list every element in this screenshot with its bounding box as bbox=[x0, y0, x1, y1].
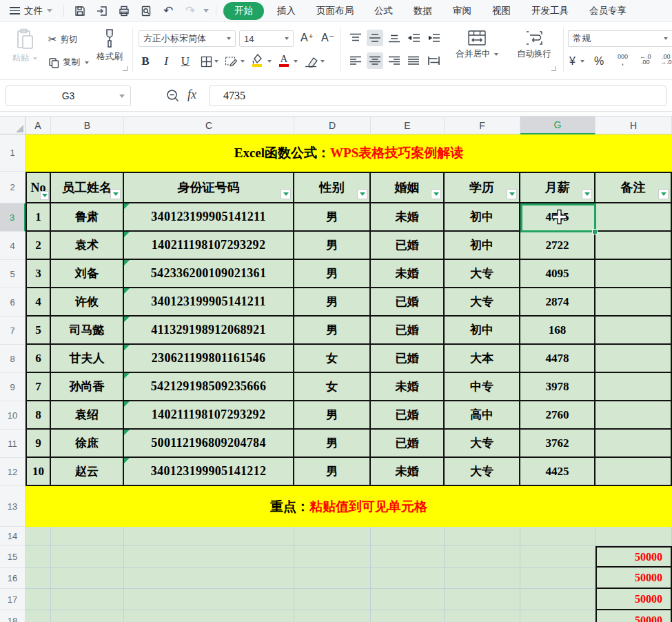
cell-E6[interactable]: 已婚 bbox=[371, 288, 445, 317]
export-button[interactable] bbox=[93, 3, 111, 19]
increase-font-button[interactable]: A⁺ bbox=[301, 31, 314, 44]
cell-F11[interactable]: 大专 bbox=[445, 430, 520, 458]
column-header-G[interactable]: G bbox=[520, 117, 595, 134]
italic-button[interactable]: I bbox=[157, 52, 175, 70]
increase-decimal-button[interactable]: ←.0.00 bbox=[640, 54, 651, 65]
row-header-1[interactable]: 1 bbox=[0, 134, 26, 172]
cell-D14[interactable] bbox=[294, 527, 371, 546]
filter-dropdown-icon[interactable] bbox=[431, 189, 441, 199]
cell-G15[interactable] bbox=[520, 546, 595, 568]
cell-A8[interactable]: 6 bbox=[26, 345, 51, 373]
cell-E15[interactable] bbox=[371, 546, 445, 568]
cell-C5[interactable]: 542336200109021361 bbox=[124, 260, 294, 288]
align-bottom-button[interactable] bbox=[386, 30, 403, 46]
cell-A5[interactable]: 3 bbox=[26, 260, 51, 288]
fill-color-dropdown[interactable] bbox=[267, 60, 272, 63]
save-button[interactable] bbox=[71, 3, 89, 19]
cell-G4[interactable]: 2722 bbox=[520, 232, 595, 260]
cell-E9[interactable]: 未婚 bbox=[371, 373, 445, 401]
cell-D12[interactable]: 男 bbox=[294, 458, 371, 486]
filter-dropdown-icon[interactable] bbox=[40, 191, 49, 200]
qat-more-chevron-icon[interactable] bbox=[203, 9, 209, 12]
cell-E7[interactable]: 已婚 bbox=[371, 317, 445, 345]
header-cell-E[interactable]: 婚姻 bbox=[371, 172, 445, 203]
column-header-B[interactable]: B bbox=[51, 117, 124, 134]
row-header-18[interactable]: 18 bbox=[0, 610, 26, 622]
cell-C7[interactable]: 411329198912068921 bbox=[124, 317, 294, 345]
column-header-A[interactable]: A bbox=[26, 117, 51, 134]
file-menu[interactable]: 文件 bbox=[0, 5, 61, 17]
cell-D17[interactable] bbox=[294, 589, 371, 610]
cell-G12[interactable]: 4425 bbox=[520, 458, 595, 486]
redo-button[interactable]: ↷ bbox=[181, 3, 199, 19]
column-header-C[interactable]: C bbox=[124, 117, 294, 134]
cell-D4[interactable]: 男 bbox=[294, 232, 371, 260]
cell-B7[interactable]: 司马懿 bbox=[51, 317, 124, 345]
cell-F10[interactable]: 高中 bbox=[445, 401, 520, 430]
distributed-button[interactable] bbox=[425, 52, 442, 69]
row-header-4[interactable]: 4 bbox=[0, 232, 26, 260]
font-size-select[interactable]: 14 bbox=[239, 30, 294, 47]
clear-format-dropdown[interactable] bbox=[320, 60, 325, 63]
undo-button[interactable]: ↶ bbox=[159, 3, 177, 19]
cell-B6[interactable]: 许攸 bbox=[51, 288, 124, 317]
cell-E3[interactable]: 未婚 bbox=[371, 203, 445, 232]
copy-button[interactable]: 复制 bbox=[48, 57, 89, 68]
align-middle-button[interactable] bbox=[367, 30, 383, 46]
cell-D5[interactable]: 男 bbox=[294, 260, 371, 288]
cell-A17[interactable] bbox=[26, 589, 51, 610]
cell-C3[interactable]: 340123199905141211 bbox=[124, 203, 294, 232]
filter-dropdown-icon[interactable] bbox=[281, 189, 291, 199]
cell-F6[interactable]: 大专 bbox=[445, 288, 520, 317]
filter-dropdown-icon[interactable] bbox=[507, 189, 517, 199]
cell-F17[interactable] bbox=[445, 589, 520, 610]
row-header-17[interactable]: 17 bbox=[0, 589, 26, 610]
cell-G7[interactable]: 168 bbox=[520, 317, 595, 345]
cell-B4[interactable]: 袁术 bbox=[51, 232, 124, 260]
header-cell-F[interactable]: 学历 bbox=[445, 172, 520, 203]
row-header-10[interactable]: 10 bbox=[0, 401, 26, 430]
cell-B12[interactable]: 赵云 bbox=[51, 458, 124, 486]
cell-D6[interactable]: 男 bbox=[294, 288, 371, 317]
cell-E11[interactable]: 已婚 bbox=[371, 430, 445, 458]
menu-tab-插入[interactable]: 插入 bbox=[267, 2, 306, 20]
row-header-6[interactable]: 6 bbox=[0, 288, 26, 317]
cell-E17[interactable] bbox=[371, 589, 445, 610]
cell-A4[interactable]: 2 bbox=[26, 232, 51, 260]
cell-H7[interactable] bbox=[595, 317, 672, 345]
cell-G11[interactable]: 3762 bbox=[520, 430, 595, 458]
main-menu-icon[interactable] bbox=[10, 7, 20, 14]
header-cell-H[interactable]: 备注 bbox=[595, 172, 672, 203]
cell-A14[interactable] bbox=[26, 527, 51, 546]
cell-G6[interactable]: 2874 bbox=[520, 288, 595, 317]
cell-B9[interactable]: 孙尚香 bbox=[51, 373, 124, 401]
cell-H10[interactable] bbox=[595, 401, 672, 430]
cell-E12[interactable]: 未婚 bbox=[371, 458, 445, 486]
filter-dropdown-icon[interactable] bbox=[357, 189, 367, 199]
cell-B18[interactable] bbox=[51, 610, 124, 622]
font-color-button[interactable]: A bbox=[275, 51, 293, 69]
row-header-7[interactable]: 7 bbox=[0, 317, 26, 345]
row-header-2[interactable]: 2 bbox=[0, 172, 26, 203]
row-header-15[interactable]: 15 bbox=[0, 546, 26, 568]
draw-border-button[interactable] bbox=[222, 52, 240, 70]
cell-A10[interactable]: 8 bbox=[26, 401, 51, 430]
underline-button[interactable]: U bbox=[176, 52, 194, 70]
cell-B3[interactable]: 鲁肃 bbox=[51, 203, 124, 232]
cell-D9[interactable]: 女 bbox=[294, 373, 371, 401]
cell-C9[interactable]: 542129198509235666 bbox=[124, 373, 294, 401]
clear-format-button[interactable] bbox=[302, 52, 320, 70]
fill-handle[interactable] bbox=[592, 229, 598, 234]
format-painter-button[interactable]: 格式刷 bbox=[92, 28, 128, 63]
row-header-5[interactable]: 5 bbox=[0, 260, 26, 288]
cell-F5[interactable]: 大专 bbox=[445, 260, 520, 288]
cell-F14[interactable] bbox=[445, 527, 520, 546]
cell-B14[interactable] bbox=[51, 527, 124, 546]
cut-button[interactable]: ✂ 剪切 bbox=[48, 33, 78, 46]
cell-A15[interactable] bbox=[26, 546, 51, 568]
cell-A16[interactable] bbox=[26, 568, 51, 589]
insert-function-icon[interactable]: fx bbox=[187, 88, 196, 102]
cell-A9[interactable]: 7 bbox=[26, 373, 51, 401]
cell-H6[interactable] bbox=[595, 288, 672, 317]
cell-B15[interactable] bbox=[51, 546, 124, 568]
